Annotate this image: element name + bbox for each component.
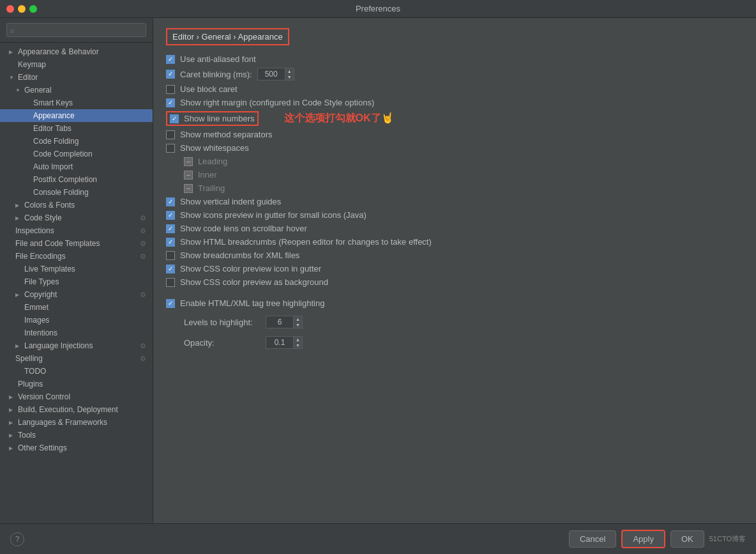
sidebar-item-editor[interactable]: ▼ Editor	[0, 71, 153, 84]
arrow-icon: ▶	[9, 433, 15, 438]
gear-icon: ⚙	[140, 214, 146, 222]
sidebar-item-auto-import[interactable]: Auto Import	[0, 160, 153, 173]
arrow-icon: ▶	[15, 215, 22, 221]
sidebar-label: Tools	[18, 431, 36, 440]
minimize-button[interactable]	[18, 5, 26, 13]
sidebar-item-tools[interactable]: ▶ Tools	[0, 429, 153, 442]
sidebar-label: Intentions	[24, 328, 57, 337]
checkbox-inner[interactable]	[184, 171, 193, 180]
checkbox-whitespaces[interactable]	[166, 144, 175, 153]
checkbox-anti-alias[interactable]	[166, 55, 175, 64]
sidebar-item-code-completion[interactable]: Code Completion	[0, 148, 153, 160]
sidebar-item-inspections[interactable]: Inspections ⚙	[0, 224, 153, 237]
apply-button[interactable]: Apply	[621, 530, 665, 548]
opacity-down[interactable]: ▼	[294, 342, 302, 348]
levels-input[interactable]	[266, 316, 294, 328]
sidebar-item-copyright[interactable]: ▶ Copyright ⚙	[0, 288, 153, 301]
checkbox-right-margin[interactable]	[166, 98, 175, 107]
sidebar-item-postfix-completion[interactable]: Postfix Completion	[0, 173, 153, 186]
sidebar-item-file-types[interactable]: File Types	[0, 275, 153, 288]
caret-blink-up[interactable]: ▲	[285, 68, 294, 74]
checkbox-line-numbers[interactable]	[170, 114, 179, 123]
help-button[interactable]: ?	[10, 532, 24, 546]
levels-up[interactable]: ▲	[294, 316, 302, 322]
option-block-caret: Use block caret	[166, 84, 743, 94]
sidebar-label: Colors & Fonts	[24, 201, 75, 210]
close-button[interactable]	[6, 5, 14, 13]
levels-down[interactable]: ▼	[294, 322, 302, 328]
option-css-color-icon: Show CSS color preview icon in gutter	[166, 264, 743, 273]
levels-row: Levels to highlight: ▲ ▼	[166, 316, 743, 328]
checkbox-vertical-indent[interactable]	[166, 197, 175, 206]
opacity-input[interactable]	[266, 336, 294, 349]
window-title: Preferences	[356, 4, 400, 13]
levels-spinner: ▲ ▼	[266, 316, 303, 328]
sidebar-item-languages[interactable]: ▶ Languages & Frameworks	[0, 416, 153, 429]
sidebar-item-file-code-templates[interactable]: File and Code Templates ⚙	[0, 237, 153, 250]
checkbox-caret-blink[interactable]	[166, 70, 175, 79]
checkbox-xml-breadcrumbs[interactable]	[166, 251, 175, 260]
checkbox-leading[interactable]	[184, 157, 193, 166]
label-css-color-bg: Show CSS color preview as background	[180, 277, 328, 287]
label-whitespaces: Show whitespaces	[180, 143, 249, 153]
sidebar-label: Live Templates	[24, 265, 75, 273]
checkbox-method-separators[interactable]	[166, 130, 175, 139]
label-trailing: Trailing	[198, 183, 225, 193]
sidebar-item-appearance-behavior[interactable]: ▶ Appearance & Behavior	[0, 45, 153, 58]
annotation-text: 这个选项打勾就OK了🤘	[284, 112, 394, 125]
search-input[interactable]	[6, 23, 146, 37]
ok-button[interactable]: OK	[670, 530, 704, 548]
maximize-button[interactable]	[29, 5, 37, 13]
gear-icon: ⚙	[140, 342, 146, 350]
sidebar-label: Editor Tabs	[33, 124, 72, 133]
sidebar-item-console-folding[interactable]: Console Folding	[0, 186, 153, 199]
sidebar-item-other-settings[interactable]: ▶ Other Settings	[0, 442, 153, 454]
sidebar-item-language-injections[interactable]: ▶ Language Injections ⚙	[0, 339, 153, 352]
sidebar-item-general[interactable]: ▼ General	[0, 84, 153, 96]
sidebar-label: Images	[24, 316, 49, 325]
sidebar-item-intentions[interactable]: Intentions	[0, 327, 153, 339]
arrow-icon: ▶	[15, 343, 22, 349]
checkbox-css-color-bg[interactable]	[166, 278, 175, 287]
content-area: Editor › General › Appearance Use anti-a…	[153, 18, 756, 523]
sidebar-item-smart-keys[interactable]: Smart Keys	[0, 96, 153, 109]
sidebar-label: Inspections	[15, 226, 54, 235]
sidebar-label: Editor	[18, 73, 38, 82]
opacity-up[interactable]: ▲	[294, 337, 302, 342]
checkbox-code-lens[interactable]	[166, 224, 175, 233]
sidebar-label: Code Completion	[33, 150, 93, 158]
sidebar-item-file-encodings[interactable]: File Encodings ⚙	[0, 250, 153, 263]
checkbox-html-breadcrumbs[interactable]	[166, 238, 175, 247]
bottom-right: Cancel Apply OK 51CTO博客	[569, 530, 746, 548]
sidebar-item-emmet[interactable]: Emmet	[0, 301, 153, 314]
sidebar-item-keymap[interactable]: Keymap	[0, 58, 153, 71]
checkbox-html-tag-tree[interactable]	[166, 299, 175, 308]
sidebar-label: Appearance & Behavior	[18, 47, 99, 56]
sidebar-label: TODO	[24, 367, 46, 376]
cancel-button[interactable]: Cancel	[569, 530, 616, 548]
sidebar-item-version-control[interactable]: ▶ Version Control	[0, 390, 153, 403]
sidebar-item-todo[interactable]: TODO	[0, 365, 153, 378]
search-wrapper: ⌕	[6, 23, 146, 37]
checkbox-block-caret[interactable]	[166, 85, 175, 94]
sidebar-item-live-templates[interactable]: Live Templates	[0, 263, 153, 275]
sidebar-item-editor-tabs[interactable]: Editor Tabs	[0, 122, 153, 135]
sidebar-item-build-exec[interactable]: ▶ Build, Execution, Deployment	[0, 403, 153, 416]
checkbox-css-color-icon[interactable]	[166, 265, 175, 273]
checkbox-icons-preview[interactable]	[166, 211, 175, 220]
checkbox-trailing[interactable]	[184, 184, 193, 193]
sidebar-item-plugins[interactable]: Plugins	[0, 378, 153, 390]
label-method-separators: Show method separators	[180, 130, 273, 139]
sidebar-item-code-folding[interactable]: Code Folding	[0, 135, 153, 148]
option-anti-alias: Use anti-aliased font	[166, 54, 743, 64]
option-xml-breadcrumbs: Show breadcrumbs for XML files	[166, 250, 743, 260]
sidebar-item-appearance[interactable]: Appearance	[0, 109, 153, 122]
caret-blink-input[interactable]	[257, 68, 285, 81]
sidebar-item-images[interactable]: Images	[0, 314, 153, 327]
sidebar-item-colors-fonts[interactable]: ▶ Colors & Fonts	[0, 199, 153, 212]
label-right-margin: Show right margin (configured in Code St…	[180, 98, 374, 107]
levels-label: Levels to highlight:	[184, 318, 261, 327]
sidebar-item-code-style[interactable]: ▶ Code Style ⚙	[0, 212, 153, 224]
sidebar-item-spelling[interactable]: Spelling ⚙	[0, 352, 153, 365]
caret-blink-down[interactable]: ▼	[285, 74, 294, 80]
